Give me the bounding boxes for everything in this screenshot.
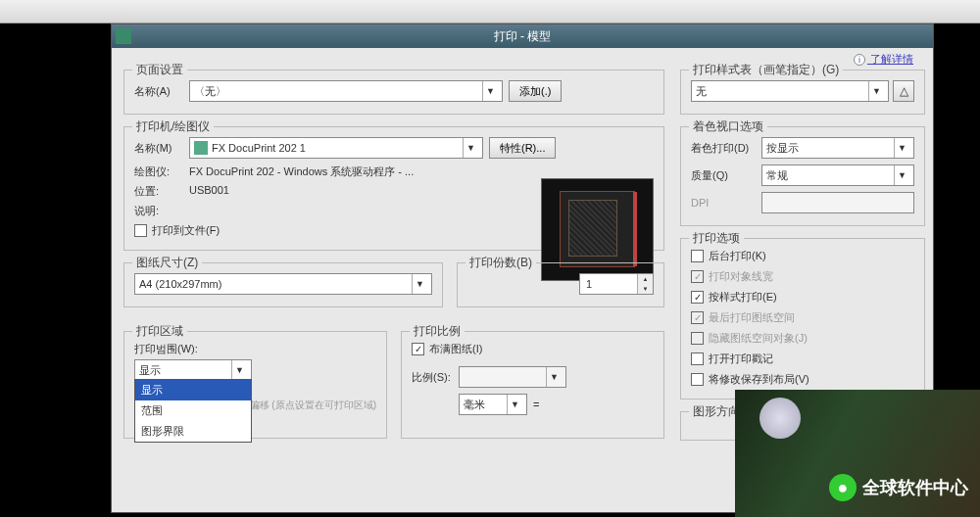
checkbox-icon: ✓ bbox=[691, 291, 704, 304]
info-icon: i bbox=[854, 54, 865, 66]
checkbox-icon bbox=[691, 373, 704, 386]
plot-area-dropdown: 显示 范围 图形界限 bbox=[134, 379, 252, 443]
scale-combo[interactable]: ▼ bbox=[459, 366, 566, 388]
description-label: 说明: bbox=[134, 204, 189, 218]
save-changes-checkbox[interactable]: 将修改保存到布局(V) bbox=[691, 372, 914, 387]
plot-options-group: 打印选项 后台打印(K) ✓打印对象线宽 ✓按样式打印(E) ✓最后打印图纸空间… bbox=[680, 238, 925, 400]
location-value: USB001 bbox=[189, 184, 229, 199]
chevron-down-icon: ▼ bbox=[482, 81, 498, 101]
checkbox-icon bbox=[134, 224, 147, 237]
printer-group: 打印机/绘图仪 名称(M) FX DocuPrint 202 1 ▼ 特性(R)… bbox=[123, 126, 664, 251]
page-setup-name-label: 名称(A) bbox=[134, 84, 189, 99]
paperspace-last-checkbox: ✓最后打印图纸空间 bbox=[691, 310, 914, 325]
plot-area-combo[interactable]: 显示 ▼ bbox=[134, 359, 252, 381]
printer-icon bbox=[194, 141, 208, 155]
paper-size-group: 图纸尺寸(Z) A4 (210x297mm) ▼ bbox=[123, 262, 443, 307]
obj-lineweight-checkbox: ✓打印对象线宽 bbox=[691, 269, 914, 284]
style-table-title: 打印样式表（画笔指定）(G) bbox=[689, 62, 843, 78]
plot-stamp-checkbox[interactable]: 打开打印戳记 bbox=[691, 352, 914, 366]
quality-combo[interactable]: 常规▼ bbox=[761, 164, 914, 186]
dpi-input bbox=[761, 192, 914, 213]
dropdown-item[interactable]: 显示 bbox=[135, 380, 251, 400]
chevron-down-icon: ▼ bbox=[231, 360, 247, 380]
chevron-down-icon: ▼ bbox=[894, 138, 909, 158]
paper-size-title: 图纸尺寸(Z) bbox=[132, 255, 202, 271]
checkbox-icon: ✓ bbox=[691, 270, 704, 283]
checkbox-icon bbox=[691, 332, 704, 345]
plot-by-style-checkbox[interactable]: ✓按样式打印(E) bbox=[691, 290, 914, 305]
dropdown-item[interactable]: 图形界限 bbox=[135, 421, 251, 442]
app-toolbar bbox=[0, 0, 980, 24]
dropdown-item[interactable]: 范围 bbox=[135, 400, 251, 421]
plot-area-group: 打印区域 打印범围(W): 显示 ▼ 显示 范围 图形界限 打印偏移 (原点设置… bbox=[123, 331, 387, 439]
printer-name-combo[interactable]: FX DocuPrint 202 1 ▼ bbox=[189, 137, 483, 159]
plot-what-label: 打印범围(W): bbox=[134, 342, 376, 356]
page-setup-group: 页面设置 名称(A) 〈无〉 ▼ 添加(.) bbox=[123, 70, 664, 115]
page-setup-name-combo[interactable]: 〈无〉 ▼ bbox=[189, 80, 503, 102]
chevron-down-icon: ▼ bbox=[507, 395, 522, 414]
fit-to-paper-checkbox[interactable]: ✓ 布满图纸(I) bbox=[412, 342, 654, 356]
plotter-value: FX DocuPrint 202 - Windows 系统驱动程序 - ... bbox=[189, 164, 414, 179]
style-table-combo[interactable]: 无 ▼ bbox=[691, 80, 889, 102]
dpi-label: DPI bbox=[691, 197, 761, 209]
dialog-titlebar[interactable]: 打印 - 模型 bbox=[112, 24, 933, 48]
watermark-text: 全球软件中心 bbox=[862, 476, 968, 499]
location-label: 位置: bbox=[134, 184, 189, 199]
dialog-icon bbox=[116, 28, 131, 44]
chevron-down-icon: ▼ bbox=[463, 138, 478, 158]
watermark-overlay: ● 全球软件中心 bbox=[735, 390, 980, 517]
shade-viewport-title: 着色视口选项 bbox=[689, 118, 767, 135]
printer-properties-button[interactable]: 特性(R)... bbox=[489, 137, 556, 159]
printer-title: 打印机/绘图仪 bbox=[132, 118, 214, 135]
bg-plot-checkbox[interactable]: 后台打印(K) bbox=[691, 249, 914, 263]
scale-unit-combo[interactable]: 毫米▼ bbox=[459, 394, 527, 415]
help-link[interactable]: i 了解详情 bbox=[854, 52, 913, 67]
shade-plot-label: 着色打印(D) bbox=[691, 141, 761, 156]
dialog-title-text: 打印 - 模型 bbox=[494, 28, 552, 45]
plot-area-title: 打印区域 bbox=[132, 323, 187, 340]
printer-name-label: 名称(M) bbox=[134, 141, 189, 156]
wechat-icon: ● bbox=[829, 474, 857, 501]
copies-group: 打印份数(B) 1 ▲ ▼ bbox=[457, 262, 664, 307]
chevron-down-icon: ▼ bbox=[412, 274, 427, 294]
paper-size-combo[interactable]: A4 (210x297mm) ▼ bbox=[134, 273, 432, 295]
hide-paperspace-checkbox: 隐藏图纸空间对象(J) bbox=[691, 331, 914, 346]
spinner-up-icon[interactable]: ▲ bbox=[638, 274, 653, 284]
page-setup-title: 页面设置 bbox=[132, 62, 187, 78]
scale-label: 比例(S): bbox=[412, 370, 459, 385]
moon-icon bbox=[760, 398, 801, 439]
plot-scale-title: 打印比例 bbox=[410, 323, 465, 340]
chevron-down-icon: ▼ bbox=[546, 367, 562, 387]
checkbox-icon bbox=[691, 250, 704, 262]
checkbox-icon: ✓ bbox=[691, 311, 704, 324]
checkbox-icon bbox=[691, 352, 704, 365]
shade-viewport-group: 着色视口选项 着色打印(D) 按显示▼ 质量(Q) 常规▼ DPI bbox=[680, 126, 925, 226]
spinner-down-icon[interactable]: ▼ bbox=[638, 284, 653, 294]
copies-title: 打印份数(B) bbox=[466, 255, 536, 271]
style-edit-button[interactable]: △ bbox=[893, 80, 914, 102]
checkbox-icon: ✓ bbox=[412, 343, 424, 355]
plot-scale-group: 打印比例 ✓ 布满图纸(I) 比例(S): ▼ 毫米▼ = bbox=[401, 331, 664, 439]
chevron-down-icon: ▼ bbox=[894, 165, 909, 185]
shade-plot-combo[interactable]: 按显示▼ bbox=[761, 137, 914, 159]
style-table-group: 打印样式表（画笔指定）(G) 无 ▼ △ bbox=[680, 70, 925, 115]
plot-options-title: 打印选项 bbox=[689, 230, 744, 247]
page-setup-add-button[interactable]: 添加(.) bbox=[509, 80, 562, 102]
copies-spinner[interactable]: 1 ▲ ▼ bbox=[579, 273, 654, 295]
chevron-down-icon: ▼ bbox=[868, 81, 884, 101]
quality-label: 质量(Q) bbox=[691, 168, 761, 183]
plotter-label: 绘图仪: bbox=[134, 164, 189, 179]
